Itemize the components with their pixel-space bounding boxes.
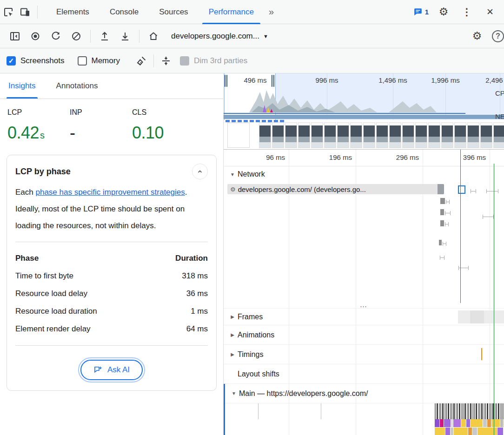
- filmstrip-thumbnail[interactable]: [311, 122, 323, 148]
- collapse-card-button[interactable]: [192, 164, 208, 179]
- track-header-animations[interactable]: ▶ Animations: [224, 325, 504, 345]
- collect-garbage-button[interactable]: [133, 53, 150, 69]
- selection-right-handle[interactable]: [272, 75, 274, 87]
- toolbar-right-actions: ⚙ ?: [467, 28, 499, 45]
- issues-button[interactable]: 1: [413, 7, 429, 17]
- clear-recording-button[interactable]: [68, 28, 85, 45]
- filmstrip-thumbnail[interactable]: [376, 122, 388, 148]
- filmstrip-thumbnail[interactable]: [415, 122, 427, 148]
- inspect-element-button[interactable]: [0, 4, 17, 20]
- reload-and-record-button[interactable]: [47, 28, 64, 45]
- time-ruler[interactable]: 96 ms 196 ms 296 ms 396 ms: [224, 150, 504, 166]
- record-button[interactable]: [27, 28, 44, 45]
- selection-left-handle[interactable]: [225, 75, 227, 87]
- upload-icon: [99, 31, 110, 42]
- filmstrip-thumbnail[interactable]: [480, 122, 492, 148]
- filmstrip-thumbnail[interactable]: [441, 122, 453, 148]
- close-devtools-button[interactable]: ✕: [482, 4, 498, 20]
- track-header-timings[interactable]: ▶ Timings: [224, 345, 504, 364]
- track-header-network[interactable]: ▼ Network: [224, 166, 504, 182]
- collapse-sections-button[interactable]: [158, 53, 174, 69]
- devtools-menu-button[interactable]: ⋮: [458, 4, 475, 20]
- request-whisker[interactable]: [445, 211, 451, 215]
- divider: [90, 30, 91, 43]
- network-request-bar-small[interactable]: [439, 240, 442, 245]
- filmstrip-thumbnail[interactable]: [493, 122, 504, 148]
- main-thread-track: ▼ Main — https://developers.google.com/: [224, 384, 504, 435]
- timeline-overview[interactable]: 496 ms 996 ms 1,496 ms 1,996 ms 2,496 ms…: [224, 73, 504, 150]
- toggle-sidebar-button[interactable]: [7, 28, 23, 45]
- track-header-main[interactable]: ▼ Main — https://developers.google.com/: [225, 384, 504, 403]
- dim-3rd-parties-checkbox[interactable]: [180, 56, 189, 66]
- filmstrip-thumbnail[interactable]: [285, 122, 297, 148]
- request-whisker[interactable]: [483, 215, 494, 219]
- cpu-lane-label: CPU: [495, 89, 504, 97]
- page-selector-dropdown[interactable]: developers.google.com... ▼: [166, 30, 273, 43]
- network-request-bar-small[interactable]: [440, 209, 444, 215]
- filmstrip-thumbnail[interactable]: [272, 122, 284, 148]
- block-icon: [71, 31, 82, 42]
- settings-button[interactable]: ⚙: [435, 4, 452, 20]
- triangle-down-icon: ▼: [229, 391, 239, 396]
- tab-console[interactable]: Console: [99, 0, 149, 24]
- tab-performance[interactable]: Performance: [199, 0, 264, 24]
- network-request-bar-small[interactable]: [440, 220, 444, 226]
- filmstrip-thumbnail-blank[interactable]: [227, 123, 250, 148]
- filmstrip-thumbnail[interactable]: [363, 122, 375, 148]
- filmstrip-thumbnail[interactable]: [389, 122, 401, 148]
- ask-ai-label: Ask AI: [107, 365, 130, 375]
- track-header-frames[interactable]: ▶ Frames: [224, 309, 504, 325]
- load-profile-button[interactable]: [96, 28, 113, 45]
- request-whisker[interactable]: [446, 200, 450, 204]
- filmstrip-thumbnail[interactable]: [350, 122, 362, 148]
- timing-marker[interactable]: [481, 348, 482, 360]
- memory-label[interactable]: Memory: [92, 56, 120, 66]
- filmstrip-thumbnail[interactable]: [402, 122, 414, 148]
- memory-checkbox[interactable]: [78, 56, 87, 66]
- column-header-duration: Duration: [175, 250, 208, 267]
- filmstrip-thumbnail[interactable]: [298, 122, 310, 148]
- main-flame-chart[interactable]: [225, 403, 504, 435]
- frame-blocks: [458, 310, 504, 323]
- save-profile-button[interactable]: [117, 28, 133, 45]
- metric-unit: s: [40, 130, 45, 140]
- filmstrip-thumbnail[interactable]: [467, 122, 479, 148]
- network-request-bar-small[interactable]: [440, 198, 445, 204]
- tab-sources[interactable]: Sources: [149, 0, 198, 24]
- improvement-strategies-link[interactable]: phase has specific improvement strategie…: [35, 188, 185, 197]
- live-metrics-button[interactable]: [145, 28, 162, 45]
- request-whisker[interactable]: [471, 189, 476, 193]
- ruler-tick: 96 ms: [225, 153, 285, 161]
- filmstrip-thumbnail[interactable]: [454, 122, 466, 148]
- request-whisker[interactable]: [486, 189, 498, 193]
- help-button[interactable]: ?: [492, 30, 504, 42]
- lcp-by-phase-card: LCP by phase Each phase has specific imp…: [7, 155, 217, 391]
- device-toolbar-button[interactable]: [17, 4, 33, 20]
- tab-annotations[interactable]: Annotations: [54, 73, 100, 99]
- dim-3rd-parties-label[interactable]: Dim 3rd parties: [194, 56, 247, 66]
- tab-insights[interactable]: Insights: [7, 73, 38, 99]
- capture-settings-button[interactable]: ⚙: [469, 28, 485, 45]
- kebab-menu-icon: ⋮: [462, 7, 472, 18]
- request-whisker[interactable]: [445, 222, 449, 226]
- phase-duration: 64 ms: [175, 320, 208, 338]
- timeline-cursor-line: [460, 150, 461, 303]
- overflow-dots: …: [360, 301, 368, 309]
- overview-tick: 2,496 ms: [485, 76, 504, 84]
- screenshots-checkbox[interactable]: [7, 56, 16, 66]
- more-tabs-button[interactable]: »: [264, 7, 279, 17]
- filmstrip-thumbnail[interactable]: [259, 122, 271, 148]
- performance-toolbar: developers.google.com... ▼ ⚙ ?: [0, 24, 504, 48]
- track-header-layout-shifts[interactable]: Layout shifts: [224, 364, 504, 384]
- screenshots-label[interactable]: Screenshots: [20, 56, 65, 66]
- filmstrip-thumbnail[interactable]: [428, 122, 440, 148]
- request-whisker[interactable]: [440, 256, 444, 260]
- filmstrip-thumbnail[interactable]: [337, 122, 349, 148]
- filmstrip-thumbnail[interactable]: [324, 122, 336, 148]
- request-whisker[interactable]: [443, 242, 446, 246]
- selected-request-outline[interactable]: [458, 185, 465, 194]
- tab-elements[interactable]: Elements: [46, 0, 99, 24]
- network-request-bar[interactable]: ⚙ developers.google.com/ (developers.go.…: [227, 184, 444, 194]
- ask-ai-button[interactable]: Ask AI: [80, 360, 143, 380]
- network-track-resize-handle[interactable]: …: [224, 301, 504, 309]
